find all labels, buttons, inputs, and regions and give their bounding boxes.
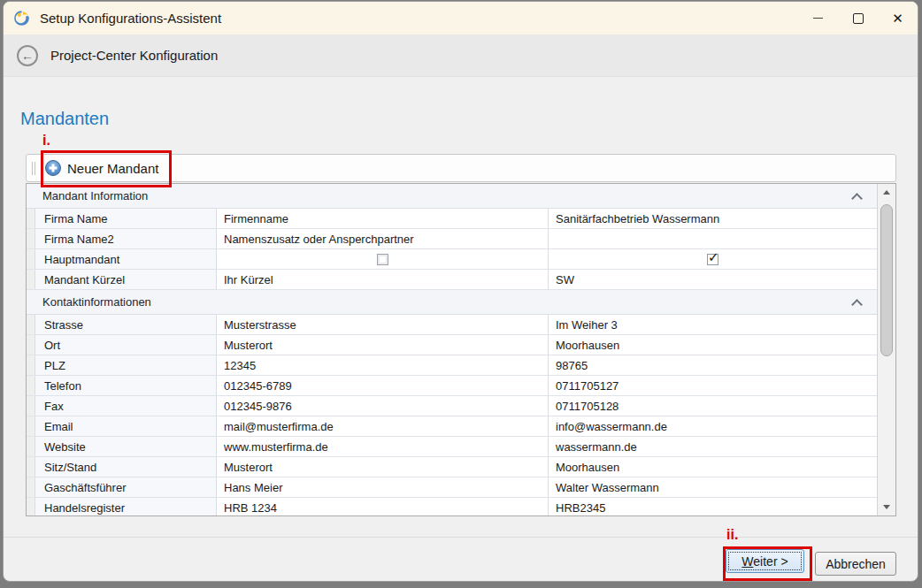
row-indicator: [27, 249, 35, 269]
table-row: HandelsregisterHRB 1234HRB2345: [27, 498, 877, 516]
wizard-header: ← Project-Center Konfiguration: [4, 34, 918, 77]
row-indicator: [27, 396, 35, 416]
minimize-icon: [813, 18, 823, 19]
row-field-cell[interactable]: www.musterfirma.de: [217, 437, 549, 456]
row-indicator: [27, 315, 35, 334]
row-value-cell[interactable]: wassermann.de: [549, 437, 877, 456]
page-title: Mandanten: [20, 109, 109, 129]
annotation-step1-label: i.: [42, 133, 50, 149]
row-field-cell[interactable]: Firmenname: [217, 209, 549, 228]
next-button-label: eiter >: [753, 554, 788, 569]
next-button[interactable]: Weiter >: [726, 549, 804, 573]
row-value-cell[interactable]: Sanitärfachbetrieb Wassermann: [549, 209, 877, 228]
toolbar-grip-handle[interactable]: [32, 162, 35, 175]
row-label: Firma Name: [35, 209, 217, 228]
row-label: PLZ: [35, 355, 217, 375]
table-row: Sitz/StandMusterortMoorhausen: [27, 457, 877, 477]
table-row: Mandant KürzelIhr KürzelSW: [27, 270, 877, 290]
table-row: Websitewww.musterfirma.dewassermann.de: [27, 437, 877, 457]
row-label: Telefon: [35, 376, 217, 395]
annotation-step2-label: ii.: [726, 527, 738, 543]
table-row: Hauptmandant: [27, 249, 877, 270]
maximize-icon: [853, 13, 864, 24]
row-value-cell[interactable]: 98765: [549, 355, 877, 375]
new-mandant-label: Neuer Mandant: [67, 161, 158, 176]
back-button[interactable]: ←: [17, 45, 38, 66]
checkbox-checked[interactable]: [707, 254, 718, 265]
row-field-cell[interactable]: Hans Meier: [217, 477, 549, 497]
maximize-button[interactable]: [838, 2, 878, 34]
table-row: Emailmail@musterfirma.deinfo@wassermann.…: [27, 416, 877, 437]
row-value-cell[interactable]: info@wassermann.de: [549, 416, 877, 436]
row-field-cell[interactable]: Musterort: [217, 335, 549, 355]
window-controls: ✕: [798, 2, 918, 34]
mandant-toolbar: Neuer Mandant: [26, 154, 896, 182]
table-row: Telefon012345-67890711705127: [27, 376, 877, 396]
row-indicator: [27, 270, 35, 289]
row-label: Gaschäftsführer: [35, 477, 217, 497]
section-header[interactable]: Kontaktinformationen: [27, 290, 877, 315]
table-row: GaschäftsführerHans MeierWalter Wasserma…: [27, 477, 877, 498]
scroll-up-icon[interactable]: [883, 190, 890, 195]
row-label: Fax: [35, 396, 217, 416]
row-label: Website: [35, 437, 217, 456]
row-indicator: [27, 229, 35, 248]
row-label: Strasse: [35, 315, 217, 334]
minimize-button[interactable]: [798, 2, 838, 34]
row-field-cell[interactable]: Musterort: [217, 457, 549, 477]
section-title: Kontaktinformationen: [42, 295, 151, 309]
row-field-cell[interactable]: HRB 1234: [217, 498, 549, 516]
row-field-cell[interactable]: Namenszusatz oder Ansperchpartner: [217, 229, 549, 248]
mandant-property-table: Mandant InformationFirma NameFirmennameS…: [26, 183, 896, 516]
row-field-cell[interactable]: [217, 249, 549, 269]
row-label: Email: [35, 416, 217, 436]
collapse-chevron-icon[interactable]: [851, 299, 863, 310]
table-row: PLZ1234598765: [27, 355, 877, 376]
new-mandant-button[interactable]: Neuer Mandant: [42, 158, 165, 178]
row-value-cell[interactable]: Walter Wassermann: [549, 477, 877, 497]
table-row: OrtMusterortMoorhausen: [27, 335, 877, 355]
row-value-cell[interactable]: HRB2345: [549, 498, 877, 516]
checkbox-unchecked[interactable]: [377, 254, 388, 265]
row-value-cell[interactable]: [549, 249, 877, 269]
next-button-mnemonic: W: [741, 554, 753, 569]
row-indicator: [27, 457, 35, 477]
row-indicator: [27, 437, 35, 456]
row-label: Ort: [35, 335, 217, 355]
table-row: Firma NameFirmennameSanitärfachbetrieb W…: [27, 209, 877, 229]
row-field-cell[interactable]: 012345-9876: [217, 396, 549, 416]
setup-wizard-window: Setup Konfigurations-Assistent ✕ ← Proje…: [3, 1, 918, 582]
cancel-button[interactable]: Abbrechen: [815, 552, 896, 576]
row-label: Sitz/Stand: [35, 457, 217, 477]
collapse-chevron-icon[interactable]: [851, 193, 863, 204]
row-value-cell[interactable]: Moorhausen: [549, 457, 877, 477]
row-field-cell[interactable]: 012345-6789: [217, 376, 549, 395]
row-indicator: [27, 498, 35, 516]
row-label: Handelsregister: [35, 498, 217, 516]
row-value-cell[interactable]: Im Weiher 3: [549, 315, 877, 334]
row-indicator: [27, 477, 35, 497]
row-field-cell[interactable]: mail@musterfirma.de: [217, 416, 549, 436]
wizard-step-title: Project-Center Konfiguration: [50, 48, 218, 63]
vertical-scrollbar[interactable]: [877, 184, 895, 515]
add-plus-icon: [45, 160, 61, 176]
row-label: Firma Name2: [35, 229, 217, 248]
row-value-cell[interactable]: 0711705127: [549, 376, 877, 395]
row-indicator: [27, 376, 35, 395]
row-field-cell[interactable]: Musterstrasse: [217, 315, 549, 334]
row-field-cell[interactable]: Ihr Kürzel: [217, 270, 549, 289]
titlebar: Setup Konfigurations-Assistent ✕: [4, 2, 918, 34]
row-value-cell[interactable]: [549, 229, 877, 248]
row-value-cell[interactable]: SW: [549, 270, 877, 289]
close-button[interactable]: ✕: [878, 2, 918, 34]
row-indicator: [27, 335, 35, 355]
row-value-cell[interactable]: 0711705128: [549, 396, 877, 416]
table-row: Fax012345-98760711705128: [27, 396, 877, 416]
section-title: Mandant Information: [42, 189, 148, 202]
row-indicator: [27, 416, 35, 436]
section-header[interactable]: Mandant Information: [27, 184, 877, 209]
scrollbar-thumb[interactable]: [880, 204, 893, 356]
scroll-down-icon[interactable]: [883, 505, 890, 509]
row-value-cell[interactable]: Moorhausen: [549, 335, 877, 355]
row-field-cell[interactable]: 12345: [217, 355, 549, 375]
